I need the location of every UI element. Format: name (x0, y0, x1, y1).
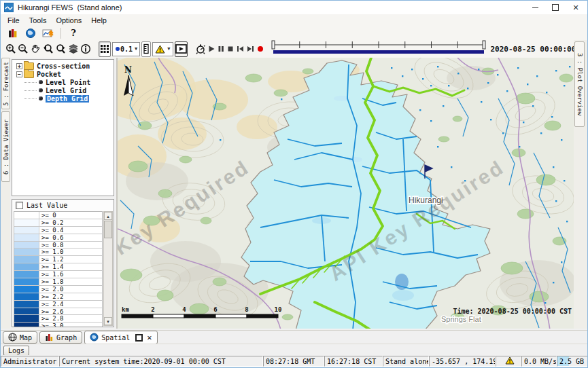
bar-chart-icon (45, 333, 54, 343)
record-button[interactable] (256, 41, 265, 57)
close-tab-icon[interactable]: ✕ (147, 334, 152, 341)
folder-icon (24, 71, 34, 78)
zoom-next-icon (55, 43, 67, 54)
maximize-tab-icon[interactable] (135, 334, 143, 342)
legend-color-swatch (14, 242, 39, 249)
legend-row[interactable]: >= 2.2 (14, 293, 102, 301)
tab-data-viewer[interactable]: 6 : Data Viewer (1, 111, 10, 182)
database-viewer-button[interactable] (4, 26, 22, 41)
tree-item-pocket[interactable]: −Pocket (12, 70, 114, 78)
legend-color-swatch (14, 227, 39, 234)
zoom-previous-icon (42, 43, 54, 54)
legend-row[interactable]: >= 0 (14, 212, 102, 219)
zoom-in-button[interactable] (5, 41, 17, 57)
profile-button[interactable] (141, 41, 151, 57)
tab-forecast[interactable]: 5 : Forecast (1, 58, 10, 109)
legend-class-label: >= 0.4 (39, 227, 102, 234)
layers-button[interactable] (67, 41, 80, 57)
play-button[interactable] (207, 41, 216, 57)
map-toolbar: 0.1 ▼ ▼ (1, 40, 574, 58)
zoom-out-button[interactable] (17, 41, 29, 57)
legend-row[interactable]: >= 2.8 (14, 315, 102, 323)
info-button[interactable] (80, 41, 92, 57)
legend-scrollbar[interactable]: ▲ ▼ (103, 211, 113, 326)
timeseries-dialog-button[interactable] (39, 26, 57, 41)
spatial-map-view[interactable]: Hikurangi Springs Flat N km 246810 Time:… (118, 58, 574, 329)
legend-row[interactable]: >= 1.0 (14, 249, 102, 256)
pause-button[interactable] (216, 41, 226, 57)
zoom-previous-button[interactable] (41, 41, 54, 57)
menu-tools[interactable]: Tools (25, 16, 52, 25)
scroll-up-icon[interactable]: ▲ (104, 212, 112, 220)
tree-item-level-grid[interactable]: Level Grid (12, 86, 114, 94)
collapse-icon[interactable]: − (16, 71, 22, 77)
legend-row[interactable]: >= 0.2 (14, 219, 102, 227)
class-dot-icon (115, 46, 120, 52)
legend-row[interactable]: >= 3.0 (14, 323, 102, 327)
tab-graph[interactable]: Graph (39, 331, 82, 344)
status-bar: AdministratorCurrent system time:2020-09… (1, 355, 587, 367)
legend-row[interactable]: >= 0.6 (14, 234, 102, 242)
legend-class-label: >= 0 (39, 212, 102, 219)
legend-row[interactable]: >= 2.0 (14, 286, 102, 293)
tab-plot-overview[interactable]: 3 : Plot Overview (574, 41, 585, 127)
legend-class-label: >= 3.0 (39, 323, 102, 327)
map-display-button[interactable] (22, 26, 39, 41)
grid-display-button[interactable] (99, 41, 111, 57)
skip-end-button[interactable] (245, 41, 256, 57)
scale-tick-label: 2 (151, 306, 154, 313)
legend-color-swatch (14, 293, 39, 300)
movie-player-button[interactable] (175, 41, 188, 57)
node-bullet-icon (39, 80, 43, 84)
tab-spatial[interactable]: Spatial✕ (84, 331, 157, 344)
legend-row[interactable]: >= 1.6 (14, 271, 102, 278)
legend-row[interactable]: >= 1.8 (14, 278, 102, 286)
menu-file[interactable]: File (3, 16, 25, 25)
legend-row[interactable]: >= 0.4 (14, 227, 102, 234)
legend-color-swatch (14, 249, 39, 255)
scale-tick-label: 10 (275, 306, 282, 313)
legend-row[interactable]: >= 0.8 (14, 242, 102, 249)
globe-icon (90, 333, 99, 343)
scroll-down-icon[interactable]: ▼ (104, 317, 112, 325)
menu-help[interactable]: Help (87, 16, 112, 25)
legend-class-label: >= 2.8 (39, 315, 102, 322)
last-value-checkbox[interactable] (16, 202, 23, 209)
animation-settings-button[interactable] (194, 41, 207, 57)
scrollbar-thumb[interactable] (104, 221, 112, 238)
tree-item-depth-grid[interactable]: Depth Grid (12, 94, 114, 103)
help-button[interactable]: ? (65, 26, 82, 41)
expand-icon[interactable]: + (16, 63, 22, 69)
layers-icon (68, 43, 79, 54)
legend-class-list[interactable]: >= 0>= 0.2>= 0.4>= 0.6>= 0.8>= 1.0>= 1.2… (14, 211, 103, 327)
time-slider[interactable] (271, 40, 487, 58)
legend-row[interactable]: >= 2.4 (14, 301, 102, 308)
legend-color-swatch (14, 212, 39, 219)
skip-start-button[interactable] (235, 41, 245, 57)
legend-color-swatch (14, 256, 39, 263)
pause-icon (217, 45, 225, 53)
legend-row[interactable]: >= 1.2 (14, 256, 102, 263)
menu-options[interactable]: Options (52, 16, 87, 25)
classification-dropdown[interactable]: 0.1 ▼ (112, 42, 140, 56)
pan-button[interactable] (29, 41, 41, 57)
tab-map[interactable]: Map (3, 331, 37, 344)
minimize-button[interactable] (525, 1, 545, 14)
toolbar-separator (60, 28, 61, 39)
maximize-button[interactable] (545, 1, 566, 14)
zoom-next-button[interactable] (54, 41, 67, 57)
filter-tree[interactable]: +Cross-section−PocketLevel PointLevel Gr… (12, 59, 114, 196)
data-viewer-panel: +Cross-section−PocketLevel PointLevel Gr… (10, 58, 118, 329)
legend-row[interactable]: >= 2.6 (14, 308, 102, 316)
stop-button[interactable] (226, 41, 235, 57)
skip-start-icon (236, 45, 245, 53)
thresholds-dropdown[interactable]: ▼ (152, 42, 173, 56)
legend-row[interactable]: >= 1.4 (14, 263, 102, 271)
legend-color-swatch (14, 286, 39, 293)
logs-button[interactable]: Logs (3, 346, 29, 356)
tree-item-level-point[interactable]: Level Point (12, 78, 114, 86)
scale-tick-label: 8 (245, 306, 248, 313)
close-button[interactable]: ✕ (566, 1, 586, 14)
north-label: N (124, 65, 132, 75)
legend-class-label: >= 2.2 (39, 293, 102, 300)
